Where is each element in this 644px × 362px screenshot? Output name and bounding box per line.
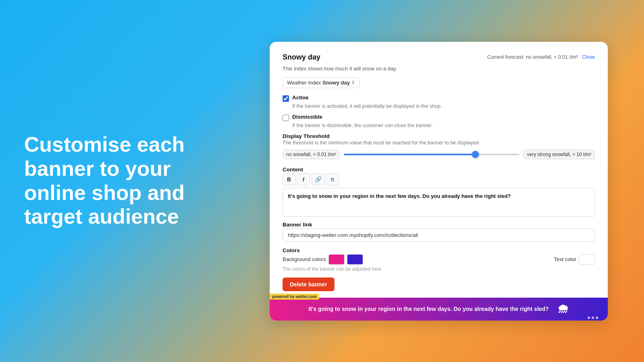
- delete-banner-button[interactable]: Delete banner: [283, 278, 334, 291]
- content-editor[interactable]: It's going to snow in your region in the…: [283, 188, 595, 217]
- colors-section: Colors Background colors Text color The …: [283, 247, 595, 272]
- snow-dots: [588, 317, 598, 319]
- banner-link-input[interactable]: [283, 228, 595, 242]
- slider-max-label: very strong snowfall, > 10 l/m²: [523, 150, 595, 159]
- forecast-text: Current forecast: no snowfall, < 0.01 l/…: [487, 54, 578, 60]
- dropdown-arrow-icon: ⇕: [351, 80, 355, 85]
- dismissible-label: Dismissible: [292, 114, 322, 120]
- pi-button[interactable]: π: [326, 173, 339, 185]
- bg-color2-swatch[interactable]: [347, 254, 363, 265]
- background-colors-group: Background colors: [283, 254, 363, 265]
- active-desc: If the banner is activated, it will pote…: [292, 103, 595, 109]
- slider-row: no snowfall, < 0.01 l/m² very strong sno…: [283, 150, 595, 159]
- weather-index-prefix: Weather Index: [287, 80, 321, 86]
- bold-button[interactable]: B: [283, 173, 295, 185]
- powered-by-badge: powered by wetter.com: [270, 294, 319, 300]
- close-link[interactable]: Close: [582, 54, 595, 60]
- dismissible-checkbox-row: Dismissible: [283, 114, 595, 121]
- card-header: Snowy day Current forecast: no snowfall,…: [283, 53, 595, 62]
- link-button[interactable]: 🔗: [312, 173, 324, 185]
- content-section: Content B I 🔗 π It's going to snow in yo…: [283, 167, 595, 217]
- bg-color1-swatch[interactable]: [328, 254, 345, 265]
- card-title: Snowy day: [283, 53, 320, 62]
- left-heading: Customise each banner to your online sho…: [24, 133, 193, 229]
- threshold-desc: The threshold is the minimum value that …: [283, 140, 595, 146]
- text-color-group: Text color: [554, 254, 595, 265]
- active-label: Active: [292, 95, 309, 101]
- banner-link-title: Banner link: [283, 222, 595, 228]
- weather-index-dropdown[interactable]: Weather Index Snowy day ⇕: [283, 77, 359, 88]
- colors-row: Background colors Text color: [283, 254, 595, 265]
- active-checkbox[interactable]: [283, 95, 289, 102]
- forecast-row: Current forecast: no snowfall, < 0.01 l/…: [487, 53, 595, 60]
- colors-hint: The colors of the banner can be adjusted…: [283, 266, 595, 272]
- banner-link-section: Banner link: [283, 222, 595, 242]
- active-checkbox-row: Active: [283, 95, 595, 102]
- text-color-swatch[interactable]: [579, 254, 595, 265]
- bg-colors-label: Background colors: [283, 256, 326, 262]
- dismissible-checkbox[interactable]: [283, 115, 289, 121]
- preview-text: It's going to snow in your region in the…: [309, 306, 549, 312]
- weather-index-value: Snowy day: [322, 80, 350, 86]
- colors-title: Colors: [283, 247, 595, 253]
- card-description: This index shows how much it will snow o…: [283, 66, 595, 72]
- text-color-label: Text color: [554, 256, 576, 262]
- editor-toolbar: B I 🔗 π: [283, 173, 595, 185]
- preview-banner: powered by wetter.com It's going to snow…: [270, 298, 608, 321]
- italic-button[interactable]: I: [297, 173, 310, 185]
- slider-min-label: no snowfall, < 0.01 l/m²: [283, 150, 340, 159]
- main-card: Snowy day Current forecast: no snowfall,…: [270, 42, 608, 321]
- slider-track[interactable]: [344, 154, 520, 155]
- slider-thumb[interactable]: [472, 151, 479, 158]
- content-title: Content: [283, 167, 595, 173]
- snow-cloud-icon: 🌨: [557, 302, 569, 316]
- dismissible-desc: If the banner is dismissible, the custom…: [292, 123, 595, 128]
- threshold-title: Display Threshold: [283, 133, 595, 139]
- threshold-section: Display Threshold The threshold is the m…: [283, 133, 595, 159]
